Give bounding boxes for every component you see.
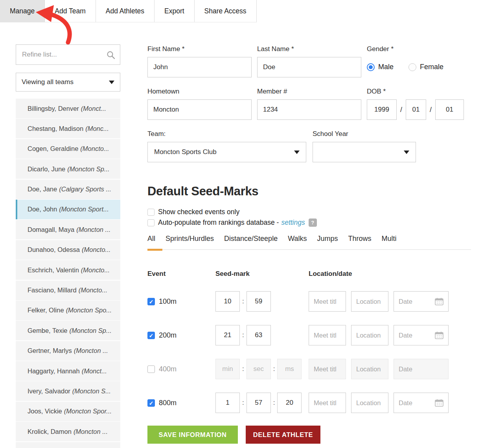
seed-input[interactable] [247, 393, 271, 413]
list-item[interactable]: Billingsby, Denver(Monct... [16, 99, 120, 118]
date-field-wrap [394, 359, 449, 379]
date-field[interactable] [399, 332, 435, 339]
help-icon[interactable]: ? [309, 218, 317, 227]
delete-athlete-button[interactable]: DELETE ATHLETE [246, 426, 320, 444]
list-item[interactable]: Gembe, Texie(Moncton Sp... [16, 321, 120, 340]
dob-year-field[interactable] [367, 99, 397, 120]
list-item[interactable]: Joos, Vickie(Moncton Spor... [16, 402, 120, 421]
list-item[interactable]: Cogen, Geraldine(Moncto... [16, 139, 120, 159]
date-field [399, 365, 443, 373]
seed-mark-cell: : [215, 325, 309, 345]
event-cell: ✓800m [147, 399, 215, 407]
last-name-field[interactable] [257, 57, 361, 77]
seed-tab-multi[interactable]: Multi [382, 235, 397, 243]
event-row-400m: 400m:: [147, 359, 471, 379]
dob-day-field[interactable] [435, 99, 464, 120]
athlete-name: Krolick, Damon [28, 428, 72, 435]
seed-separator: : [242, 399, 244, 407]
seed-tab-jumps[interactable]: Jumps [317, 235, 338, 243]
team-select-value: Moncton Sports Club [154, 148, 294, 156]
list-item[interactable]: Felker, Oline(Moncton Spo... [16, 301, 120, 320]
dob-month-field[interactable] [406, 99, 426, 120]
list-item[interactable]: Doe, Jane(Calgary Sports ... [16, 180, 120, 199]
location-column-header: Location/date [309, 270, 471, 278]
seed-tab-distance-steeple[interactable]: Distance/Steeple [224, 235, 278, 243]
show-checked-events-checkbox[interactable] [147, 209, 155, 216]
seed-tab-throws[interactable]: Throws [348, 235, 372, 243]
seed-input[interactable] [247, 291, 271, 312]
settings-link[interactable]: settings [281, 218, 305, 227]
list-item[interactable]: Fasciano, Millard(Moncto... [16, 281, 120, 300]
first-name-field[interactable] [147, 57, 252, 77]
event-column-header: Event [147, 270, 215, 278]
seed-input [215, 359, 240, 379]
list-item[interactable]: Domagall, Maya(Moncton ... [16, 220, 120, 239]
calendar-icon[interactable] [435, 297, 443, 305]
meet-title-field[interactable] [309, 393, 346, 413]
event-checkbox[interactable]: ✓ [147, 399, 155, 407]
athlete-team: (Calgary Sports ... [59, 185, 111, 193]
athlete-team: (Moncton Spo... [66, 307, 112, 314]
team-select[interactable]: Moncton Sports Club [147, 142, 306, 162]
date-field[interactable] [399, 298, 435, 305]
location-field[interactable] [351, 393, 388, 413]
location-date-cell [309, 325, 449, 345]
tab-export[interactable]: Export [155, 0, 195, 22]
seed-tab-sprints-hurdles[interactable]: Sprints/Hurdles [166, 235, 214, 243]
team-filter-label: Viewing all teams [22, 78, 109, 86]
gender-radio-male[interactable] [367, 63, 375, 71]
auto-populate-checkbox[interactable] [147, 219, 155, 226]
seed-separator: : [273, 365, 275, 373]
tab-share-access[interactable]: Share Access [195, 0, 257, 22]
chevron-down-icon [109, 81, 114, 84]
seed-input[interactable] [215, 325, 240, 345]
list-item[interactable]: Ivery, Salvador(Moncton S... [16, 381, 120, 401]
hometown-field[interactable] [147, 99, 252, 120]
chevron-down-icon [404, 151, 409, 154]
seed-input[interactable] [277, 393, 302, 413]
save-information-button[interactable]: SAVE INFORMATION [147, 426, 238, 444]
member-number-field[interactable] [257, 99, 361, 120]
gender-radio-group: MaleFemale [367, 63, 443, 71]
athlete-list: Billingsby, Denver(Monct...Chestang, Mad… [16, 99, 120, 448]
seed-tab-walks[interactable]: Walks [288, 235, 307, 243]
athlete-team: (Moncton Sport... [59, 206, 109, 213]
team-filter-dropdown[interactable]: Viewing all teams [16, 73, 120, 92]
auto-populate-label: Auto-populate from rankings database - [158, 218, 279, 227]
seed-separator: : [273, 399, 275, 407]
list-item[interactable]: Doe, John(Moncton Sport... [16, 200, 120, 219]
seed-input[interactable] [247, 325, 271, 345]
event-cell: ✓100m [147, 297, 215, 306]
list-item[interactable]: Krolick, Damon(Moncton ... [16, 422, 120, 441]
tab-add-athletes[interactable]: Add Athletes [96, 0, 155, 22]
list-item[interactable]: Dicarlo, June(Moncton Sp... [16, 159, 120, 179]
search-input[interactable] [16, 45, 120, 64]
seed-column-header: Seed-mark [215, 270, 309, 278]
event-checkbox[interactable]: ✓ [147, 332, 155, 339]
meet-title-field[interactable] [309, 325, 346, 345]
school-year-select[interactable] [313, 142, 416, 162]
location-field[interactable] [351, 325, 388, 345]
calendar-icon[interactable] [435, 331, 443, 339]
location-field[interactable] [351, 291, 388, 312]
seed-input[interactable] [215, 393, 240, 413]
event-label: 200m [159, 331, 177, 340]
show-checked-events-label: Show checked events only [158, 208, 239, 216]
meet-title-field [309, 359, 346, 379]
date-field[interactable] [399, 399, 435, 407]
seed-tab-all[interactable]: All [147, 235, 155, 243]
list-item[interactable]: Haggarty, Hannah(Monct... [16, 361, 120, 381]
athlete-name: Domagall, Maya [28, 226, 74, 233]
seed-separator: : [242, 365, 244, 373]
calendar-icon[interactable] [435, 399, 443, 407]
list-item[interactable]: Eschrich, Valentin(Moncto... [16, 260, 120, 280]
event-checkbox[interactable] [147, 365, 155, 373]
list-item[interactable]: Gertner, Marlys(Moncton ... [16, 341, 120, 361]
list-item[interactable]: Chestang, Madison(Monc... [16, 119, 120, 138]
event-checkbox[interactable]: ✓ [147, 298, 155, 305]
gender-radio-label: Male [378, 63, 394, 71]
gender-radio-female[interactable] [408, 63, 416, 71]
seed-input[interactable] [215, 291, 240, 312]
list-item[interactable]: Dunahoo, Odessa(Moncto... [16, 240, 120, 260]
meet-title-field[interactable] [309, 291, 346, 312]
